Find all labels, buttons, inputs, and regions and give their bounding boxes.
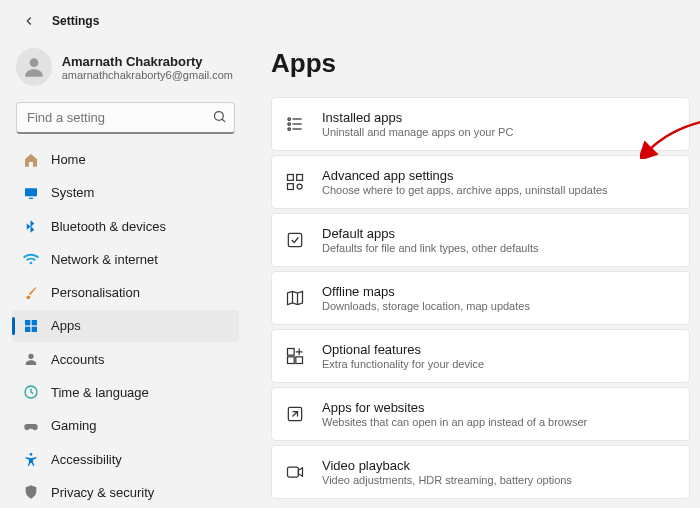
search-input[interactable] <box>16 102 235 134</box>
card-apps-for-websites[interactable]: Apps for websites Websites that can open… <box>271 387 690 441</box>
card-title: Installed apps <box>322 110 513 125</box>
window-title: Settings <box>52 14 99 28</box>
sidebar-item-privacy[interactable]: Privacy & security <box>12 477 239 508</box>
svg-point-10 <box>29 453 32 456</box>
sidebar-item-gaming[interactable]: Gaming <box>12 410 239 441</box>
svg-rect-6 <box>25 327 30 332</box>
svg-rect-4 <box>25 320 30 325</box>
card-title: Video playback <box>322 458 572 473</box>
sidebar-item-label: Network & internet <box>51 252 158 267</box>
card-title: Advanced app settings <box>322 168 608 183</box>
sidebar-item-label: Apps <box>51 318 81 333</box>
card-title: Offline maps <box>322 284 530 299</box>
wifi-icon <box>22 251 39 268</box>
svg-rect-3 <box>29 198 33 199</box>
sidebar-item-label: Time & language <box>51 385 149 400</box>
card-subtitle: Websites that can open in an app instead… <box>322 416 587 428</box>
sidebar-item-network[interactable]: Network & internet <box>12 244 239 275</box>
svg-point-20 <box>297 184 302 189</box>
profile-email: amarnathchakraborty6@gmail.com <box>62 69 233 81</box>
profile-name: Amarnath Chakraborty <box>62 54 233 69</box>
svg-rect-23 <box>288 357 295 364</box>
card-subtitle: Downloads, storage location, map updates <box>322 300 530 312</box>
card-subtitle: Extra functionality for your device <box>322 358 484 370</box>
svg-rect-19 <box>288 184 294 190</box>
svg-point-13 <box>288 123 291 126</box>
accounts-icon <box>22 351 39 368</box>
svg-rect-24 <box>296 357 303 364</box>
sidebar-item-system[interactable]: System <box>12 177 239 208</box>
card-subtitle: Choose where to get apps, archive apps, … <box>322 184 608 196</box>
svg-rect-21 <box>288 233 301 246</box>
map-icon <box>284 287 306 309</box>
search-icon <box>212 109 227 127</box>
card-title: Apps for websites <box>322 400 587 415</box>
svg-rect-5 <box>31 320 36 325</box>
sidebar-item-bluetooth[interactable]: Bluetooth & devices <box>12 211 239 242</box>
svg-rect-2 <box>25 188 37 196</box>
sidebar-item-label: Gaming <box>51 418 97 433</box>
default-apps-icon <box>284 229 306 251</box>
home-icon <box>22 151 39 168</box>
gaming-icon <box>22 417 39 434</box>
sidebar-item-accessibility[interactable]: Accessibility <box>12 443 239 474</box>
sidebar-item-label: Personalisation <box>51 285 140 300</box>
profile-block[interactable]: Amarnath Chakraborty amarnathchakraborty… <box>12 38 239 100</box>
svg-rect-17 <box>288 175 294 181</box>
apps-websites-icon <box>284 403 306 425</box>
card-subtitle: Defaults for file and link types, other … <box>322 242 538 254</box>
svg-point-15 <box>288 128 291 131</box>
apps-icon <box>22 317 39 334</box>
sidebar-item-label: Home <box>51 152 86 167</box>
sidebar-item-accounts[interactable]: Accounts <box>12 344 239 375</box>
shield-icon <box>22 484 39 501</box>
card-offline-maps[interactable]: Offline maps Downloads, storage location… <box>271 271 690 325</box>
sidebar-item-label: Accounts <box>51 352 104 367</box>
back-button[interactable] <box>20 12 38 30</box>
card-installed-apps[interactable]: Installed apps Uninstall and manage apps… <box>271 97 690 151</box>
installed-apps-icon <box>284 113 306 135</box>
card-video-playback[interactable]: Video playback Video adjustments, HDR st… <box>271 445 690 499</box>
card-title: Default apps <box>322 226 538 241</box>
svg-point-8 <box>28 354 33 359</box>
sidebar-item-label: Bluetooth & devices <box>51 219 166 234</box>
svg-rect-18 <box>297 175 303 181</box>
advanced-settings-icon <box>284 171 306 193</box>
card-optional-features[interactable]: Optional features Extra functionality fo… <box>271 329 690 383</box>
search-container <box>16 102 235 134</box>
sidebar-item-apps[interactable]: Apps <box>12 310 239 341</box>
sidebar-item-label: System <box>51 185 94 200</box>
sidebar-item-label: Privacy & security <box>51 485 154 500</box>
svg-point-11 <box>288 118 291 121</box>
sidebar-item-personalisation[interactable]: Personalisation <box>12 277 239 308</box>
bluetooth-icon <box>22 218 39 235</box>
card-advanced-app-settings[interactable]: Advanced app settings Choose where to ge… <box>271 155 690 209</box>
accessibility-icon <box>22 451 39 468</box>
svg-point-0 <box>29 58 38 67</box>
card-title: Optional features <box>322 342 484 357</box>
card-default-apps[interactable]: Default apps Defaults for file and link … <box>271 213 690 267</box>
svg-rect-7 <box>31 327 36 332</box>
time-icon <box>22 384 39 401</box>
system-icon <box>22 184 39 201</box>
brush-icon <box>22 284 39 301</box>
page-title: Apps <box>271 48 690 79</box>
svg-rect-26 <box>288 467 299 477</box>
card-subtitle: Video adjustments, HDR streaming, batter… <box>322 474 572 486</box>
sidebar-item-time-language[interactable]: Time & language <box>12 377 239 408</box>
sidebar-item-home[interactable]: Home <box>12 144 239 175</box>
avatar <box>16 48 52 86</box>
svg-point-1 <box>215 112 224 121</box>
video-icon <box>284 461 306 483</box>
optional-features-icon <box>284 345 306 367</box>
svg-rect-22 <box>288 349 295 356</box>
sidebar-item-label: Accessibility <box>51 452 122 467</box>
card-subtitle: Uninstall and manage apps on your PC <box>322 126 513 138</box>
